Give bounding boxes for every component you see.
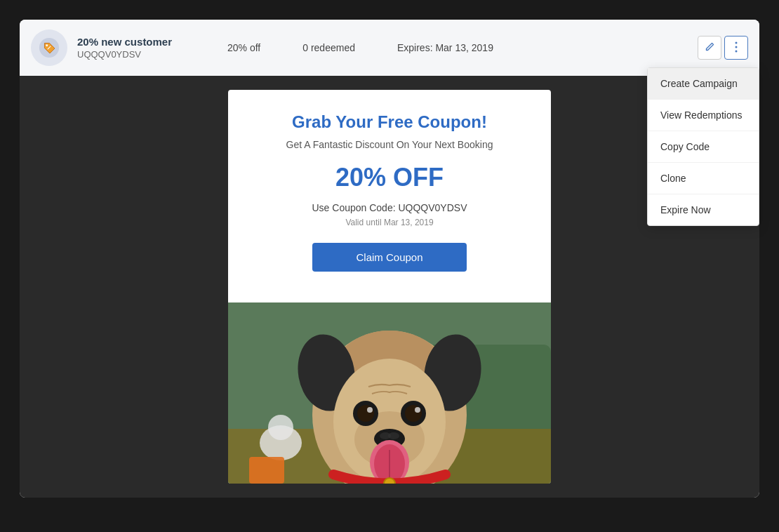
coupon-valid-until: Valid until Mar 13, 2019 <box>245 218 534 227</box>
coupon-icon <box>31 29 67 66</box>
dropdown-item-create-campaign[interactable]: Create Campaign <box>648 68 759 100</box>
svg-point-19 <box>415 407 420 413</box>
coupon-meta: 20% off 0 redeemed Expires: Mar 13, 2019 <box>227 42 688 53</box>
claim-coupon-button[interactable]: Claim Coupon <box>312 243 467 272</box>
svg-point-4 <box>735 50 738 52</box>
svg-point-28 <box>268 415 293 440</box>
svg-point-16 <box>357 405 374 422</box>
more-dots-icon <box>735 41 738 55</box>
coupon-discount: 20% OFF <box>245 163 534 192</box>
svg-point-2 <box>735 41 738 44</box>
discount-meta: 20% off <box>227 42 260 53</box>
coupon-code-value: UQQQV0YDSV <box>398 202 467 213</box>
dropdown-menu: Create Campaign View Redemptions Copy Co… <box>647 67 759 226</box>
svg-point-3 <box>735 46 738 48</box>
coupon-name: 20% new customer <box>77 36 189 48</box>
expires-meta: Expires: Mar 13, 2019 <box>397 42 493 53</box>
dropdown-item-expire-now[interactable]: Expire Now <box>648 194 759 225</box>
coupon-preview-card: Grab Your Free Coupon! Get A Fantastic D… <box>228 90 551 484</box>
svg-rect-29 <box>249 457 284 484</box>
coupon-title-block: 20% new customer UQQQV0YDSV <box>77 36 189 60</box>
coupon-headline: Grab Your Free Coupon! <box>245 112 534 132</box>
svg-point-18 <box>367 407 373 413</box>
coupon-top-section: Grab Your Free Coupon! Get A Fantastic D… <box>228 90 551 302</box>
use-code-prefix: Use Coupon Code: <box>312 202 399 213</box>
edit-button[interactable] <box>698 36 721 60</box>
svg-point-1 <box>46 44 48 46</box>
coupon-code: UQQQV0YDSV <box>77 49 189 60</box>
svg-point-26 <box>384 478 395 484</box>
more-options-button[interactable] <box>724 36 748 60</box>
edit-icon <box>704 41 715 55</box>
coupon-use-code: Use Coupon Code: UQQQV0YDSV <box>245 202 534 213</box>
coupon-actions <box>698 36 748 60</box>
redeemed-meta: 0 redeemed <box>302 42 355 53</box>
dropdown-item-view-redemptions[interactable]: View Redemptions <box>648 100 759 131</box>
svg-point-17 <box>405 405 422 422</box>
coupon-subtitle: Get A Fantastic Discount On Your Next Bo… <box>245 139 534 150</box>
dropdown-item-clone[interactable]: Clone <box>648 163 759 194</box>
svg-point-22 <box>388 432 399 439</box>
dropdown-item-copy-code[interactable]: Copy Code <box>648 131 759 163</box>
pug-image <box>228 302 551 484</box>
